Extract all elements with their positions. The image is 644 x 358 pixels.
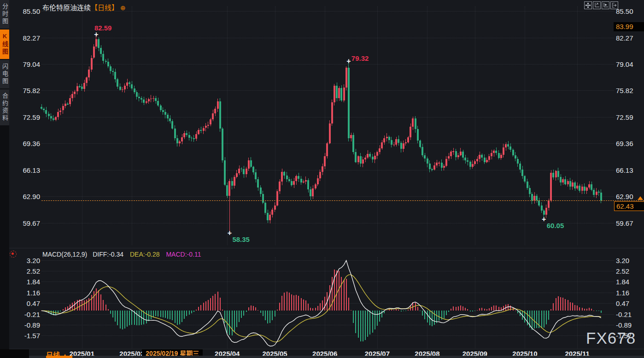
- period-tag: 【日线】: [91, 4, 118, 12]
- sidebar-item-tab[interactable]: 合约资料: [0, 89, 9, 125]
- macd-axis-label: 1.84: [616, 278, 629, 285]
- scrollbar-tick: [525, 356, 526, 358]
- sidebar-item-tab[interactable]: 闪电图: [0, 60, 9, 88]
- macd-axis-label: 3.20: [616, 257, 629, 264]
- price-axis-label: 59.67: [616, 220, 633, 227]
- extreme-price-label: 58.35: [232, 235, 250, 243]
- sidebar-item-active[interactable]: K线图: [0, 29, 9, 59]
- price-axis-label: 85.50: [616, 8, 633, 15]
- axis-autoscale-icon[interactable]: [602, 1, 609, 9]
- extreme-price-label: 79.32: [351, 54, 369, 62]
- scrollbar-tick: [475, 356, 476, 358]
- scrollbar-tick: [275, 356, 276, 358]
- watermark: FX678: [586, 329, 636, 347]
- extreme-cross-marker: +: [346, 57, 351, 65]
- price-axis-label: 79.04: [616, 61, 633, 68]
- macd-macd-value: MACD:-0.11: [166, 251, 201, 258]
- extreme-cross-marker: +: [228, 229, 232, 238]
- extreme-price-label: 60.05: [547, 222, 564, 229]
- chart-type-sidebar: 分时图K线图闪电图合约资料: [0, 0, 9, 349]
- bottom-corner: [0, 349, 29, 358]
- indicator-settings-icon[interactable]: [10, 251, 17, 258]
- scrollbar-tick: [82, 356, 83, 358]
- price-axis-label: 69.36: [616, 140, 633, 147]
- macd-axis-label: -0.89: [616, 322, 632, 329]
- last-price-line: [41, 200, 644, 201]
- macd-axis-label: 0.47: [616, 300, 629, 307]
- price-axis-label: 82.27: [616, 35, 633, 41]
- price-axis-label: 72.59: [616, 114, 633, 121]
- scrollbar-tick: [377, 356, 378, 358]
- chart-app: 分时图K线图闪电图合约资料 布伦特原油连续【日线】⊕ 85.5085.5082.…: [0, 0, 644, 358]
- macd-diff-value: DIFF:-0.34: [93, 251, 123, 258]
- macd-line: [41, 275, 601, 342]
- session-high-marker: 83.99: [614, 22, 644, 31]
- chart-title-row: 布伦特原油连续【日线】⊕: [42, 2, 126, 12]
- extreme-price-label: 82.59: [94, 24, 112, 32]
- price-axis-label: 66.13: [616, 167, 633, 174]
- macd-axis-label: 1.16: [616, 289, 629, 296]
- macd-dea-value: DEA:-0.28: [130, 251, 160, 258]
- scrollbar-tick: [132, 356, 133, 358]
- scrollbar-tick: [227, 356, 228, 358]
- chart-toolbar: [584, 1, 618, 9]
- price-axis-label: 62.90: [616, 193, 633, 200]
- scrollbar-tick: [325, 356, 326, 358]
- chart-scrollbar[interactable]: [29, 356, 644, 358]
- scrollbar-thumb[interactable]: [46, 356, 72, 358]
- macd-header: MACD(26,12,9) DIFF:-0.34 DEA:-0.28 MACD:…: [42, 251, 201, 258]
- macd-axis-label: 2.52: [616, 268, 629, 275]
- axis-zoom-icon[interactable]: [593, 1, 601, 9]
- pan-icon[interactable]: [584, 1, 592, 9]
- annotation-layer: +82.59+79.32+58.35+60.05: [0, 0, 615, 248]
- macd-lines-layer: [0, 249, 615, 349]
- extreme-cross-marker: +: [542, 215, 546, 223]
- instrument-title: 布伦特原油连续: [42, 4, 91, 12]
- macd-axis-label: -0.21: [616, 311, 632, 318]
- scrollbar-tick: [577, 356, 578, 358]
- expand-icon[interactable]: ⊕: [120, 4, 126, 12]
- price-axis-label: 75.82: [616, 87, 633, 94]
- goto-latest-icon[interactable]: [610, 1, 618, 9]
- macd-name: MACD(26,12,9): [42, 251, 87, 258]
- pane-separator: [9, 248, 644, 248]
- price-direction-arrow-icon: [638, 196, 643, 200]
- macd-line: [41, 260, 601, 346]
- scrollbar-tick: [427, 356, 428, 358]
- sidebar-item-tab[interactable]: 分时图: [0, 0, 9, 29]
- last-price-readout: 62.43: [614, 201, 644, 211]
